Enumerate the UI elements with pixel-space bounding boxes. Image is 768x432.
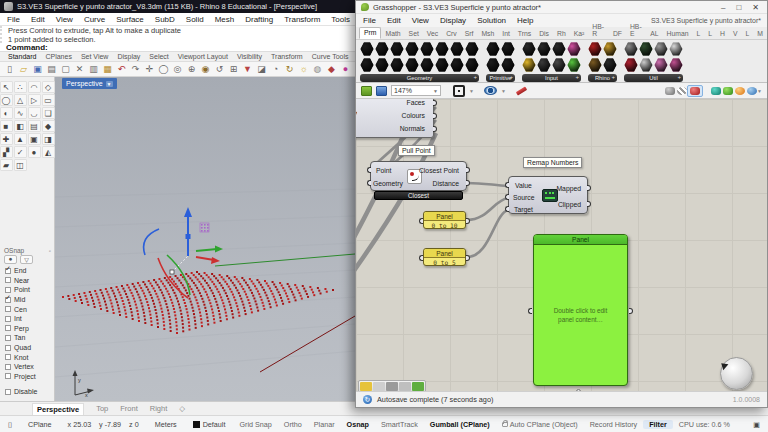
new-file-icon[interactable]: ▯ xyxy=(3,63,16,76)
tool-icon-13[interactable]: ◧ xyxy=(14,120,27,132)
menu-item-tools[interactable]: Tools xyxy=(331,15,350,24)
input-grip[interactable] xyxy=(505,206,509,212)
zoom-extents-icon[interactable]: ◉ xyxy=(199,63,212,76)
component-icon-util-3[interactable] xyxy=(639,58,653,72)
gh-category-tab-prm[interactable]: Prm xyxy=(359,27,381,39)
zoom-level-select[interactable]: 147% ▼ xyxy=(391,85,441,96)
paste-icon[interactable]: ▦ xyxy=(101,63,114,76)
component-icon-rhino-2[interactable] xyxy=(603,42,617,56)
menu-item-drafting[interactable]: Drafting xyxy=(245,15,273,24)
gradient-icon[interactable]: ▼ xyxy=(241,63,254,76)
tool-icon-9[interactable]: ∿ xyxy=(14,107,27,119)
component-icon-util-5[interactable] xyxy=(654,58,668,72)
input-grip[interactable] xyxy=(505,194,509,200)
component-icon-geometry-6[interactable] xyxy=(405,42,419,56)
canvas-widget-icon-3[interactable] xyxy=(399,382,411,391)
menu-item-surface[interactable]: Surface xyxy=(116,15,144,24)
osnap-option-knot[interactable]: Knot xyxy=(0,352,55,362)
osnap-button-0[interactable]: ⏺ xyxy=(4,255,17,264)
gh-category-tab-srf[interactable]: Srf xyxy=(461,29,478,39)
status-toggle-ortho[interactable]: Ortho xyxy=(278,420,308,429)
component-icon-input-2[interactable] xyxy=(537,42,551,56)
menu-item-file[interactable]: File xyxy=(7,15,20,24)
checkbox[interactable] xyxy=(5,354,11,360)
component-icon-input-6[interactable] xyxy=(567,42,581,56)
save-document-icon[interactable] xyxy=(376,86,387,96)
undo-view-icon[interactable]: ↺ xyxy=(213,63,226,76)
expand-icon[interactable]: + xyxy=(473,74,477,80)
component-icon-geometry-15[interactable] xyxy=(465,58,479,72)
chevron-down-icon[interactable]: ▼ xyxy=(757,88,762,94)
toolbar-tab-curve-tools[interactable]: Curve Tools xyxy=(312,53,349,60)
ribbon-group-label[interactable]: Input+ xyxy=(522,74,581,82)
component-icon-geometry-12[interactable] xyxy=(450,42,464,56)
display-teal-gem-icon[interactable] xyxy=(711,87,721,95)
chevron-down-icon[interactable]: ▼ xyxy=(106,81,113,87)
viewport-tab-perspective[interactable]: Perspective xyxy=(32,403,84,415)
gh-category-tab-crv[interactable]: Crv xyxy=(442,29,461,39)
gh-menu-item-solution[interactable]: Solution xyxy=(477,16,506,25)
osnap-option-vertex[interactable]: Vertex xyxy=(0,362,55,372)
canvas-widget-icon-4[interactable] xyxy=(412,382,424,391)
component-icon-geometry-4[interactable] xyxy=(390,42,404,56)
checkbox[interactable] xyxy=(5,335,11,341)
input-grip[interactable] xyxy=(528,308,532,314)
notifications-icon[interactable]: ▣ xyxy=(745,420,768,429)
gh-category-tab-ka²[interactable]: Ka² xyxy=(570,29,589,39)
component-icon-input-4[interactable] xyxy=(552,42,566,56)
tool-icon-14[interactable]: ▤ xyxy=(28,120,41,132)
osnap-option-project[interactable]: Project xyxy=(0,372,55,382)
tool-icon-10[interactable]: ◡ xyxy=(28,107,41,119)
viewport-tab-top[interactable]: Top xyxy=(96,404,108,413)
chevron-down-icon[interactable]: ▼ xyxy=(501,88,506,94)
preview-off-icon[interactable] xyxy=(665,87,675,95)
toolbar-tab-select[interactable]: Select xyxy=(149,53,168,60)
gh-category-tab-vec[interactable]: Vec xyxy=(423,29,442,39)
close-icon[interactable]: ✕ xyxy=(752,3,759,12)
print-icon[interactable]: ▤ xyxy=(45,63,58,76)
component-icon-util-7[interactable] xyxy=(669,58,683,72)
checkbox[interactable] xyxy=(5,287,11,293)
component-icon-primitive-1[interactable] xyxy=(486,58,500,72)
zoom-extents-icon[interactable] xyxy=(453,85,465,97)
gh-category-tab-hb-r[interactable]: HB-R xyxy=(588,22,609,39)
component-icon-geometry-11[interactable] xyxy=(435,58,449,72)
gh-category-tab-hb-e[interactable]: HB-E xyxy=(626,22,646,39)
canvas-compass-widget[interactable] xyxy=(720,357,753,390)
properties-icon[interactable]: ▢ xyxy=(59,63,72,76)
gh-category-tab-dis[interactable]: Dis xyxy=(535,29,553,39)
open-file-icon[interactable]: ▱ xyxy=(17,63,30,76)
gh-category-tab-v[interactable]: V xyxy=(729,29,742,39)
checkbox[interactable] xyxy=(5,316,11,322)
output-label[interactable]: Closest Point xyxy=(419,168,459,175)
tool-icon-17[interactable]: ▲ xyxy=(14,133,27,145)
expand-icon[interactable]: + xyxy=(575,74,579,80)
status-toggle-filter[interactable]: Filter xyxy=(643,420,673,429)
deconstruct-mesh-component[interactable]: Faces Colours Normals xyxy=(356,99,434,138)
osnap-option-tan[interactable]: Tan xyxy=(0,333,55,343)
component-icon-geometry-3[interactable] xyxy=(375,58,389,72)
tool-icon-25[interactable]: ◫ xyxy=(14,159,27,171)
ribbon-group-label[interactable]: Util+ xyxy=(624,74,683,82)
display-mode-icon[interactable]: ◪ xyxy=(255,63,268,76)
tool-icon-3[interactable]: ◇ xyxy=(42,81,55,93)
expand-icon[interactable]: + xyxy=(677,74,681,80)
pull-point-component[interactable]: Point Geometry Closest Point Distance xyxy=(370,161,467,191)
checkbox[interactable] xyxy=(5,373,11,379)
checkbox[interactable] xyxy=(5,325,11,331)
toolbar-tab-set-view[interactable]: Set View xyxy=(81,53,109,60)
component-icon-util-6[interactable] xyxy=(669,42,683,56)
input-grip[interactable] xyxy=(505,182,509,188)
remap-numbers-component[interactable]: Value Source Target Mapped Clipped xyxy=(508,176,588,214)
rotate-view-icon[interactable]: ↻ xyxy=(283,63,296,76)
component-icon-primitive-3[interactable] xyxy=(501,58,515,72)
checkbox[interactable]: ✓ xyxy=(5,268,11,274)
tool-icon-4[interactable]: ◯ xyxy=(0,94,13,106)
status-toggle-smarttrack[interactable]: SmartTrack xyxy=(375,420,424,429)
input-grip[interactable] xyxy=(367,167,371,173)
osnap-option-near[interactable]: Near xyxy=(0,276,55,286)
gh-category-tab-math[interactable]: Math xyxy=(381,29,404,39)
component-icon-geometry-8[interactable] xyxy=(420,42,434,56)
input-grip[interactable] xyxy=(419,255,423,261)
component-icon-input-1[interactable] xyxy=(522,58,536,72)
